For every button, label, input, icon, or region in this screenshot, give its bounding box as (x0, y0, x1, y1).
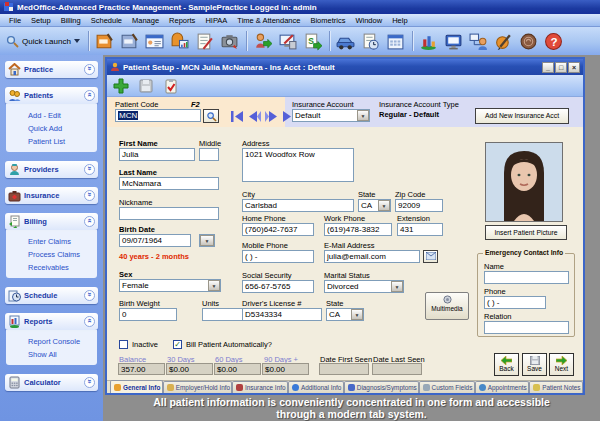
chevron-up-icon[interactable]: » (84, 316, 95, 327)
menu-biometrics[interactable]: Biometrics (305, 16, 350, 25)
emergency-relation-input[interactable] (484, 321, 569, 334)
tab-general-info[interactable]: General Info (110, 380, 163, 393)
sidebar-link-patient-list[interactable]: Patient List (28, 135, 97, 148)
network-users-icon[interactable] (467, 29, 491, 53)
marital-status-select[interactable]: Divorced▼ (324, 280, 404, 293)
chevron-up-icon[interactable]: » (84, 90, 95, 101)
sidebar-link-quick-add[interactable]: Quick Add (28, 122, 97, 135)
mobile-phone-input[interactable]: ( ) - (242, 250, 314, 263)
sidebar-section-providers[interactable]: Providers » (5, 161, 98, 178)
nickname-input[interactable] (119, 207, 219, 220)
inactive-checkbox[interactable] (119, 340, 128, 349)
birth-weight-input[interactable]: 0 (119, 308, 177, 321)
menu-file[interactable]: File (4, 16, 26, 25)
tab-appointments[interactable]: Appointments (475, 381, 529, 393)
next-button[interactable]: Next (549, 353, 574, 376)
address-input[interactable]: 1021 Woodfox Row (242, 148, 354, 182)
work-phone-input[interactable]: (619)478-3832 (324, 223, 392, 236)
previous-record-icon[interactable] (248, 111, 261, 122)
tab-employer-hold-info[interactable]: Employer/Hold Info (163, 381, 232, 393)
insurance-account-select[interactable]: Default▼ (292, 109, 370, 122)
chevron-down-icon[interactable]: » (84, 190, 95, 201)
birth-date-input[interactable]: 09/07/1964 (119, 234, 191, 247)
add-new-insurance-button[interactable]: Add New Insurance Acct (475, 108, 569, 124)
bill-automatically-checkbox[interactable]: ✓ (173, 340, 182, 349)
emergency-name-input[interactable] (484, 271, 569, 284)
dropdown-arrow-icon[interactable]: ▼ (357, 110, 369, 121)
first-record-icon[interactable] (231, 111, 244, 122)
chevron-up-icon[interactable]: » (84, 216, 95, 227)
menu-help[interactable]: Help (387, 16, 412, 25)
help-icon[interactable]: ? (542, 29, 566, 53)
verify-clipboard-button[interactable] (160, 77, 182, 95)
sidebar-section-patients[interactable]: Patients » (5, 87, 98, 104)
social-security-input[interactable]: 656-67-5765 (242, 280, 314, 293)
menu-hipaa[interactable]: HIPAA (200, 16, 232, 25)
extension-input[interactable]: 431 (397, 223, 443, 236)
next-record-icon[interactable] (265, 111, 278, 122)
add-patient-button[interactable] (110, 77, 132, 95)
window-titlebar[interactable]: Patient Setup - MCN Julia McNamara - Ins… (107, 59, 583, 75)
tab-diagnosis-symptoms[interactable]: Diagnosis/Symptoms (344, 381, 419, 393)
charge-entry-icon[interactable] (276, 29, 300, 53)
tab-insurance-info[interactable]: Insurance Info (232, 381, 288, 393)
chevron-down-icon[interactable]: » (84, 164, 95, 175)
dropdown-arrow-icon[interactable]: ▼ (351, 309, 363, 320)
chevron-down-icon[interactable]: » (84, 64, 95, 75)
sex-select[interactable]: Female▼ (119, 279, 221, 292)
middle-input[interactable] (199, 148, 219, 161)
chevron-down-icon[interactable]: » (84, 290, 95, 301)
practice-reports-icon[interactable] (417, 29, 441, 53)
send-email-button[interactable] (423, 250, 438, 263)
last-name-input[interactable]: McNamara (119, 177, 219, 190)
menu-schedule[interactable]: Schedule (86, 16, 127, 25)
sidebar-section-insurance[interactable]: Insurance » (5, 187, 98, 204)
cpt-codes-icon[interactable] (93, 29, 117, 53)
sidebar-link-report-console[interactable]: Report Console (28, 335, 97, 348)
insert-patient-picture-button[interactable]: Insert Patient Picture (485, 225, 567, 240)
sidebar-link-receivables[interactable]: Receivables (28, 261, 97, 274)
transport-icon[interactable] (334, 29, 358, 53)
email-input[interactable]: julia@email.com (324, 250, 420, 263)
emergency-phone-input[interactable]: ( ) - (484, 296, 546, 309)
patient-card-icon[interactable] (143, 29, 167, 53)
patient-referral-icon[interactable] (251, 29, 275, 53)
pending-documents-icon[interactable] (359, 29, 383, 53)
tab-additional-info[interactable]: Additional Info (288, 381, 344, 393)
save-patient-button[interactable] (135, 77, 157, 95)
sidebar-section-billing[interactable]: Billing » (5, 213, 98, 230)
menu-window[interactable]: Window (350, 16, 387, 25)
home-phone-input[interactable]: (760)642-7637 (242, 223, 314, 236)
birth-date-picker[interactable]: ▼ (199, 234, 215, 247)
dropdown-arrow-icon[interactable]: ▼ (378, 200, 390, 211)
sidebar-section-reports[interactable]: Reports » (5, 313, 98, 330)
tab-custom-fields[interactable]: Custom Fields (419, 381, 475, 393)
sidebar-link-show-all[interactable]: Show All (28, 348, 97, 361)
menu-manage[interactable]: Manage (127, 16, 164, 25)
tab-patient-notes[interactable]: Patient Notes (529, 381, 583, 393)
first-name-input[interactable]: Julia (119, 148, 195, 161)
patient-search-button[interactable] (203, 109, 219, 123)
sidebar-link-enter-claims[interactable]: Enter Claims (28, 235, 97, 248)
workstation-icon[interactable] (442, 29, 466, 53)
sidebar-link-process-claims[interactable]: Process Claims (28, 248, 97, 261)
close-button[interactable]: × (568, 62, 580, 73)
maximize-button[interactable]: □ (555, 62, 567, 73)
back-button[interactable]: Back (494, 353, 519, 376)
sidebar-section-practice[interactable]: Practice » (5, 61, 98, 78)
chevron-down-icon[interactable]: » (84, 377, 95, 388)
menu-billing[interactable]: Billing (56, 16, 86, 25)
zip-code-input[interactable]: 92009 (395, 199, 443, 212)
sidebar-section-schedule[interactable]: Schedule » (5, 287, 98, 304)
icd-codes-icon[interactable] (118, 29, 142, 53)
mail-center-icon[interactable] (168, 29, 192, 53)
menu-reports[interactable]: Reports (164, 16, 200, 25)
license-state-select[interactable]: CA▼ (326, 308, 364, 321)
save-button[interactable]: Save (522, 353, 547, 376)
fee-calendar-icon[interactable] (384, 29, 408, 53)
electronic-signature-icon[interactable] (492, 29, 516, 53)
city-input[interactable]: Carlsbad (242, 199, 354, 212)
sidebar-link-add-edit[interactable]: Add - Edit (28, 109, 97, 122)
dropdown-arrow-icon[interactable]: ▼ (391, 281, 403, 292)
menu-time-attendance[interactable]: Time & Attendance (232, 16, 305, 25)
